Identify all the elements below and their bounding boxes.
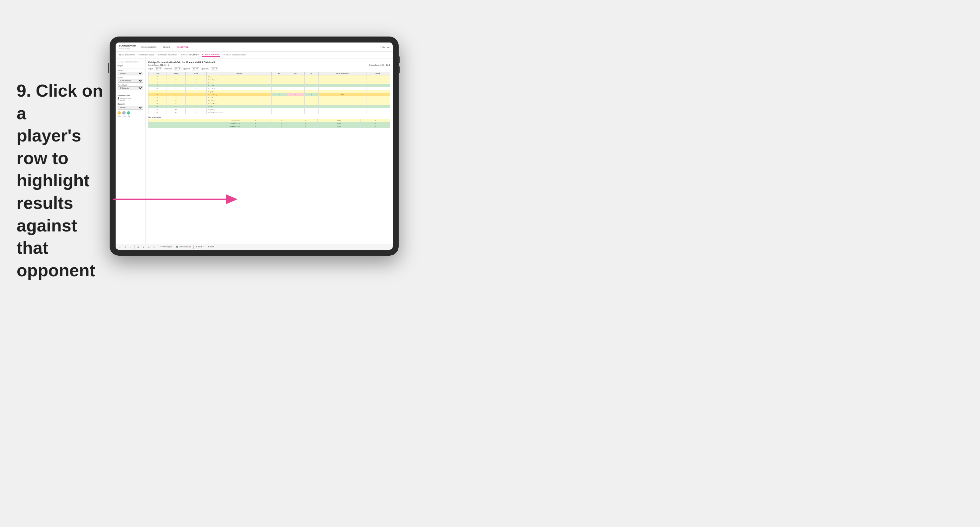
- out-table-cell: 7.400: [317, 125, 361, 128]
- toolbar-add[interactable]: ⊕: [142, 246, 145, 248]
- table-row[interactable]: 613Sydney Kuo: [148, 81, 390, 84]
- table-row[interactable]: 1063Andrea York: [148, 87, 390, 90]
- table-cell: 0: [305, 93, 318, 96]
- table-cell: [271, 75, 287, 78]
- toolbar-undo[interactable]: ↩: [118, 246, 122, 248]
- colour-level: [122, 111, 126, 114]
- out-table-row[interactable]: Foreign Team1004.5002: [148, 119, 390, 122]
- out-table-cell: 30: [361, 122, 390, 125]
- table-cell: 10: [148, 87, 166, 90]
- subnav-team-h2h-grid[interactable]: TEAM H2H GRID: [138, 53, 154, 56]
- out-table-cell: 0: [294, 125, 317, 128]
- colour-by-title: Colour by: [118, 103, 143, 105]
- nav-tournaments[interactable]: TOURNAMENTS: [140, 46, 158, 49]
- table-cell: [287, 111, 305, 114]
- watch-btn[interactable]: 👁 Watch ▾: [196, 246, 204, 248]
- subnav-team-summary[interactable]: TEAM SUMMARY: [119, 53, 135, 56]
- main-content: Last Updated: 27/03/2024 16:55:38 Player…: [116, 59, 393, 244]
- table-header-row: # Div # Reg # Conf Opponent Win Loss Tie…: [148, 72, 390, 75]
- out-table-cell: 15: [241, 122, 270, 125]
- table-cell: Sharon Mun: [207, 84, 271, 87]
- table-row[interactable]: 1691Jessica Mason: [148, 102, 390, 105]
- table-cell: Eunice Yi: [207, 96, 271, 99]
- data-area: Katelyn Vo Head-to-Head Grid for Women's…: [145, 59, 393, 244]
- table-cell: 7: [186, 111, 207, 114]
- subnav-team-h2h-heatmap[interactable]: TEAM H2H HEATMAP: [157, 53, 177, 56]
- out-table-cell: 2: [361, 119, 390, 122]
- out-table-cell: 0: [270, 125, 294, 128]
- save-custom-btn[interactable]: 💾 Save Custom View: [176, 246, 191, 248]
- sub-nav: TEAM SUMMARY TEAM H2H GRID TEAM H2H HEAT…: [116, 52, 393, 59]
- subnav-player-h2h-grid[interactable]: PLAYER H2H GRID: [202, 53, 220, 57]
- table-cell: [271, 102, 287, 105]
- table-cell: [271, 99, 287, 102]
- table-cell: [271, 84, 287, 87]
- table-cell: [305, 90, 318, 93]
- subnav-player-summary[interactable]: PLAYER SUMMARY: [181, 53, 199, 56]
- colour-by-select[interactable]: Win/loss: [118, 106, 143, 110]
- table-row[interactable]: 31Esther Lee: [148, 75, 390, 78]
- sign-out-link[interactable]: Sign out: [382, 46, 389, 48]
- conference-select[interactable]: (All): [174, 67, 181, 70]
- th-opponent: Opponent: [207, 72, 271, 75]
- table-row[interactable]: 1822Euna Lee: [148, 105, 390, 108]
- table-cell: [287, 87, 305, 90]
- toolbar-grid[interactable]: ⊞: [137, 246, 140, 248]
- nav-teams[interactable]: TEAMS: [162, 46, 172, 49]
- out-table-cell: NCAA Division 2: [148, 125, 241, 128]
- table-cell: [287, 84, 305, 87]
- table-cell: [366, 81, 390, 84]
- toolbar-redo[interactable]: ↺: [124, 246, 127, 248]
- subnav-player-h2h-heatmap[interactable]: PLAYER H2H HEATMAP: [224, 53, 246, 56]
- radio-top100[interactable]: Top 100: [118, 99, 143, 101]
- table-cell: Alexis Sudjianto: [207, 78, 271, 81]
- divider-1: [118, 68, 143, 68]
- overall-record: Overall Record: 353 - 34 - 6: [148, 64, 169, 66]
- table-cell: 2: [166, 105, 185, 108]
- table-cell: [287, 105, 305, 108]
- watch-chevron: ▾: [203, 246, 204, 248]
- radio-label-2: Top 100: [120, 99, 124, 101]
- division-select[interactable]: NCAA Division III: [118, 79, 143, 83]
- opponent-select[interactable]: (All): [192, 67, 199, 70]
- table-cell: 1: [186, 93, 207, 96]
- table-row[interactable]: 914Sharon Mun: [148, 84, 390, 87]
- toolbar-refresh[interactable]: ↻: [153, 246, 156, 248]
- th-win: Win: [271, 72, 287, 75]
- view-original-btn[interactable]: 👁 View: Original: [160, 246, 172, 248]
- table-row[interactable]: 20117Federica Domecq Lacroze: [148, 111, 390, 114]
- records-row: Overall Record: 353 - 34 - 6 Division Re…: [148, 64, 390, 66]
- table-cell: [166, 75, 185, 78]
- table-cell: 5: [186, 99, 207, 102]
- region-select[interactable]: (All): [155, 67, 162, 70]
- table-cell: 8: [166, 99, 185, 102]
- gender-select[interactable]: Women's: [118, 72, 143, 75]
- grid-title: Katelyn Vo Head-to-Head Grid for Women's…: [148, 61, 390, 63]
- table-row[interactable]: 1474Eunice Yi: [148, 96, 390, 99]
- table-cell: [305, 78, 318, 81]
- top-nav: SCOREBOARD Powered by clippd TOURNAMENTS…: [116, 43, 393, 52]
- conference-filter: Conference: [164, 68, 172, 70]
- table-cell: [305, 108, 318, 111]
- table-row[interactable]: 522Alexis Sudjianto: [148, 78, 390, 81]
- radio-opponents-played[interactable]: Opponents Played: [118, 97, 143, 99]
- table-cell: Jessica Mason: [207, 102, 271, 105]
- nav-committee[interactable]: COMMITTEE: [175, 46, 190, 49]
- toolbar: ↩ ↺ ↩ ⊞ ⊕ ⊛ ↻ 👁 View: Original 💾 Save Cu…: [116, 244, 393, 250]
- table-cell: Emily Chang: [207, 108, 271, 111]
- table-row[interactable]: 19106Emily Chang: [148, 108, 390, 111]
- table-cell: [318, 102, 366, 105]
- player-rank-select[interactable]: 8. Katelyn Vo: [118, 86, 143, 90]
- table-row[interactable]: 1311Jessica Huang010-3.002: [148, 93, 390, 96]
- table-row[interactable]: 1585Stella Chong: [148, 99, 390, 102]
- toolbar-back[interactable]: ↩: [129, 246, 132, 248]
- main-grid-table: # Div # Reg # Conf Opponent Win Loss Tie…: [148, 72, 390, 114]
- out-table-row[interactable]: NCAA Division 25007.40010: [148, 125, 390, 128]
- table-cell: [287, 102, 305, 105]
- view-original-label: View: Original: [162, 246, 172, 248]
- toolbar-settings[interactable]: ⊛: [147, 246, 151, 248]
- opponents-filter-select[interactable]: (All): [211, 67, 218, 70]
- out-table-row[interactable]: NAIA Division 115009.26730: [148, 122, 390, 125]
- table-row[interactable]: Heejo Hyun: [148, 90, 390, 93]
- share-btn[interactable]: ⬆ Share: [208, 246, 214, 248]
